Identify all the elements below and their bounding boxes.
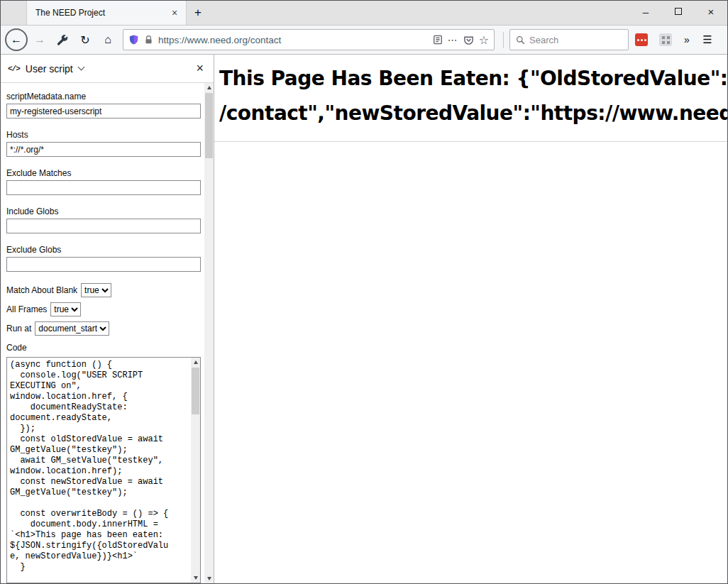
browser-window: The NEED Project × + – × ← → ↻ ⌂ https:/…: [0, 0, 728, 584]
page-heading-line-2: /contact","newStoredValue":"https://www.…: [219, 96, 727, 131]
sidebar-scrollbar[interactable]: [204, 83, 214, 583]
page-heading: This Page Has Been Eaten: {"OldStoredVal…: [219, 61, 727, 131]
pocket-icon[interactable]: [463, 35, 474, 45]
code-scrollbar[interactable]: [191, 358, 200, 583]
reload-button[interactable]: ↻: [75, 29, 96, 50]
lock-icon[interactable]: [144, 35, 153, 45]
search-icon: [516, 35, 525, 45]
chevron-down-icon: [77, 64, 84, 71]
content-divider: [214, 141, 727, 142]
home-button[interactable]: ⌂: [97, 29, 118, 50]
page-actions-icon[interactable]: ⋯: [448, 34, 458, 45]
extension-icon-grid[interactable]: [659, 33, 672, 46]
scroll-up-icon[interactable]: [204, 83, 214, 92]
maximize-icon: [675, 8, 682, 15]
toolbar-separator: [503, 32, 504, 48]
scroll-down-icon[interactable]: [191, 573, 200, 583]
titlebar: The NEED Project × + – ×: [1, 1, 727, 26]
extension-icon-red[interactable]: [635, 33, 648, 46]
sidebar-body: scriptMetadata.name Hosts Exclude Matche…: [1, 83, 214, 583]
code-label: Code: [6, 343, 201, 353]
tab-title: The NEED Project: [35, 8, 167, 18]
script-name-label: scriptMetadata.name: [6, 92, 201, 101]
code-text[interactable]: (async function () { console.log("USER S…: [7, 358, 191, 583]
match-about-blank-label: Match About Blank: [6, 285, 77, 295]
tab-close-icon[interactable]: ×: [167, 6, 182, 20]
close-window-button[interactable]: ×: [695, 1, 727, 22]
code-icon: </>: [8, 65, 20, 73]
sidebar-header: </> User script ×: [1, 55, 214, 83]
page-heading-line-1: This Page Has Been Eaten: {"OldStoredVal…: [219, 61, 727, 96]
exclude-matches-label: Exclude Matches: [6, 168, 201, 178]
userscript-form: scriptMetadata.name Hosts Exclude Matche…: [1, 83, 204, 583]
bookmark-star-icon[interactable]: ☆: [479, 33, 489, 47]
exclude-globs-input[interactable]: [6, 257, 201, 272]
match-about-blank-select[interactable]: true: [81, 283, 111, 297]
all-frames-label: All Frames: [6, 304, 47, 314]
scrollbar-thumb[interactable]: [205, 93, 213, 158]
navigation-toolbar: ← → ↻ ⌂ https://www.need.org/contact ⋯ ☆: [1, 26, 727, 55]
menu-button[interactable]: ☰: [697, 29, 718, 50]
userscript-sidebar: </> User script × scriptMetadata.name Ho…: [1, 55, 214, 583]
exclude-globs-label: Exclude Globs: [6, 245, 201, 255]
new-tab-button[interactable]: +: [187, 1, 209, 25]
hosts-label: Hosts: [6, 130, 201, 140]
reader-mode-icon[interactable]: [433, 35, 443, 45]
script-name-input[interactable]: [6, 104, 201, 119]
minimize-button[interactable]: –: [629, 1, 662, 22]
sidebar-title-dropdown[interactable]: User script: [26, 63, 73, 75]
tab-active[interactable]: The NEED Project ×: [26, 1, 187, 25]
forward-button[interactable]: →: [29, 29, 50, 50]
search-input[interactable]: [529, 35, 622, 45]
run-at-row: Run at document_start: [6, 321, 201, 336]
back-button[interactable]: ←: [5, 28, 28, 51]
exclude-matches-input[interactable]: [6, 180, 201, 195]
scroll-down-icon[interactable]: [204, 574, 214, 583]
window-controls: – ×: [629, 1, 727, 22]
search-bar[interactable]: [509, 29, 629, 50]
scrollbar-thumb[interactable]: [192, 368, 199, 414]
all-frames-row: All Frames true: [6, 302, 201, 316]
include-globs-label: Include Globs: [6, 206, 201, 216]
overflow-chevron-icon[interactable]: »: [678, 29, 695, 50]
code-editor[interactable]: (async function () { console.log("USER S…: [6, 357, 201, 583]
run-at-select[interactable]: document_start: [35, 321, 109, 336]
maximize-button[interactable]: [662, 1, 695, 22]
sidebar-close-button[interactable]: ×: [193, 61, 206, 76]
url-bar[interactable]: https://www.need.org/contact ⋯ ☆: [123, 29, 495, 50]
run-at-label: Run at: [6, 324, 31, 334]
tracking-protection-shield-icon[interactable]: [128, 34, 139, 45]
include-globs-input[interactable]: [6, 219, 201, 233]
scroll-up-icon[interactable]: [191, 358, 200, 367]
wrench-icon[interactable]: [52, 29, 73, 50]
match-about-blank-row: Match About Blank true: [6, 283, 201, 297]
all-frames-select[interactable]: true: [50, 302, 81, 316]
content-area: </> User script × scriptMetadata.name Ho…: [1, 55, 727, 583]
url-text[interactable]: https://www.need.org/contact: [158, 35, 428, 45]
hosts-input[interactable]: [6, 142, 201, 157]
page-content: This Page Has Been Eaten: {"OldStoredVal…: [214, 55, 727, 583]
